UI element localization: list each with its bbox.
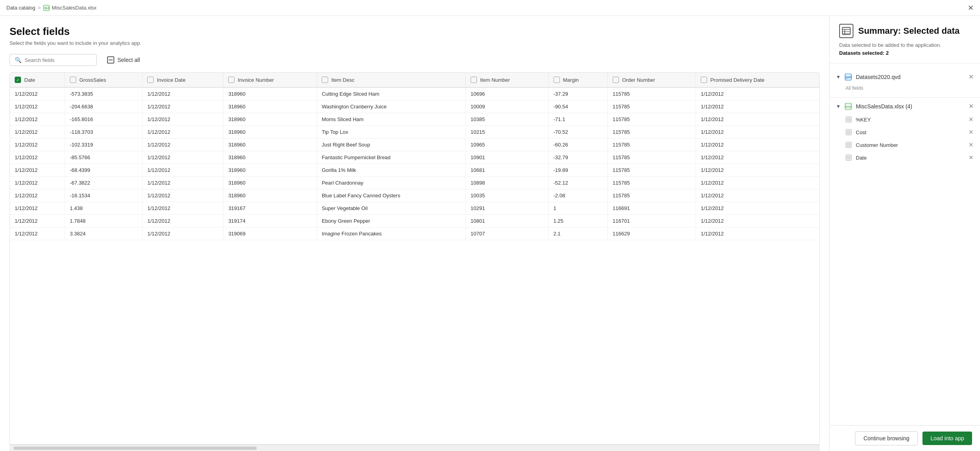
- field-remove-button[interactable]: ✕: [968, 129, 974, 136]
- dataset2-chevron-icon: ▼: [836, 104, 841, 109]
- top-bar: Data catalog > XLS MiscSalesData.xlsx ✕: [0, 0, 980, 16]
- col-header-itemnumber[interactable]: Item Number: [465, 73, 548, 87]
- cell-promiseddeliverydate: 1/12/2012: [696, 177, 819, 189]
- col-header-promiseddeliverydate[interactable]: Promised Delivery Date: [696, 73, 819, 87]
- cell-grosssales: -118.3703: [65, 126, 142, 139]
- datasets-selected-count: Datasets selected: 2: [839, 50, 889, 56]
- field-remove-button[interactable]: ✕: [968, 154, 974, 161]
- col-header-ordernumber[interactable]: Order Number: [608, 73, 696, 87]
- field-remove-button[interactable]: ✕: [968, 141, 974, 148]
- cell-grosssales: -102.3319: [65, 139, 142, 151]
- cell-date: 1/12/2012: [10, 151, 65, 164]
- cell-promiseddeliverydate: 1/12/2012: [696, 87, 819, 100]
- cell-grosssales: -85.5766: [65, 151, 142, 164]
- col-checkbox-promiseddeliverydate[interactable]: [701, 77, 707, 83]
- field-name: Customer Number: [856, 142, 898, 148]
- dataset1-header[interactable]: ▼ QVD Datasets2020.qvd ✕: [830, 70, 980, 84]
- col-header-date[interactable]: Date: [10, 73, 65, 87]
- cell-ordernumber: 116629: [608, 227, 696, 240]
- col-header-invoicedate[interactable]: Invoice Date: [142, 73, 223, 87]
- cell-invoicedate: 1/12/2012: [142, 177, 223, 189]
- cell-itemnumber: 10696: [465, 87, 548, 100]
- field-item-left: %KEY: [845, 116, 871, 123]
- field-item: %KEY ✕: [830, 113, 980, 126]
- cell-itemdesc: Just Right Beef Soup: [317, 139, 465, 151]
- cell-date: 1/12/2012: [10, 87, 65, 100]
- col-checkbox-margin[interactable]: [553, 77, 560, 83]
- cell-margin: -19.89: [548, 164, 607, 177]
- table-row: 1/12/20123.38241/12/2012319069Imagine Fr…: [10, 227, 819, 240]
- field-item-left: Cost: [845, 129, 867, 135]
- cell-invoicenumber: 318960: [223, 87, 317, 100]
- cell-date: 1/12/2012: [10, 202, 65, 215]
- cell-itemnumber: 10898: [465, 177, 548, 189]
- continue-browsing-button[interactable]: Continue browsing: [855, 431, 918, 445]
- xlsx-icon: XLS: [43, 5, 50, 11]
- col-checkbox-grosssales[interactable]: [70, 77, 76, 83]
- cell-invoicedate: 1/12/2012: [142, 202, 223, 215]
- col-header-margin[interactable]: Margin: [548, 73, 607, 87]
- dataset2-header[interactable]: ▼ XLSX MiscSalesData.xlsx (4) ✕: [830, 99, 980, 113]
- cell-itemnumber: 10385: [465, 113, 548, 126]
- cell-invoicedate: 1/12/2012: [142, 113, 223, 126]
- col-checkbox-ordernumber[interactable]: [613, 77, 619, 83]
- scrollbar-thumb[interactable]: [13, 447, 257, 450]
- cell-promiseddeliverydate: 1/12/2012: [696, 215, 819, 227]
- table-row: 1/12/2012-204.66381/12/2012318960Washing…: [10, 100, 819, 113]
- dataset1-remove-button[interactable]: ✕: [968, 73, 974, 81]
- cell-date: 1/12/2012: [10, 100, 65, 113]
- col-checkbox-itemdesc[interactable]: [322, 77, 328, 83]
- data-table-wrapper: Date GrossSales Invoic: [10, 72, 820, 445]
- cell-invoicenumber: 318960: [223, 151, 317, 164]
- col-checkbox-invoicenumber[interactable]: [228, 77, 234, 83]
- cell-date: 1/12/2012: [10, 227, 65, 240]
- cell-date: 1/12/2012: [10, 113, 65, 126]
- cell-invoicedate: 1/12/2012: [142, 100, 223, 113]
- cell-grosssales: 1.7848: [65, 215, 142, 227]
- svg-text:XLSX: XLSX: [845, 106, 851, 108]
- col-checkbox-itemnumber[interactable]: [471, 77, 477, 83]
- cell-grosssales: -68.4399: [65, 164, 142, 177]
- qvd-file-icon: QVD: [845, 73, 852, 81]
- col-checkbox-invoicedate[interactable]: [147, 77, 154, 83]
- select-all-button[interactable]: Select all: [103, 54, 144, 66]
- summary-header: Summary: Selected data Data selected to …: [830, 16, 980, 64]
- dataset-section-1: ▼ QVD Datasets2020.qvd ✕ All fields: [830, 70, 980, 94]
- cell-ordernumber: 115785: [608, 113, 696, 126]
- cell-invoicedate: 1/12/2012: [142, 227, 223, 240]
- dataset1-header-left: ▼ QVD Datasets2020.qvd: [836, 73, 901, 81]
- cell-grosssales: -16.1534: [65, 189, 142, 202]
- cell-ordernumber: 116701: [608, 215, 696, 227]
- cell-invoicenumber: 318960: [223, 113, 317, 126]
- selected-list: ▼ QVD Datasets2020.qvd ✕ All fields: [830, 64, 980, 425]
- cell-date: 1/12/2012: [10, 139, 65, 151]
- breadcrumb-home[interactable]: Data catalog: [6, 5, 35, 11]
- close-button[interactable]: ✕: [968, 4, 974, 12]
- cell-promiseddeliverydate: 1/12/2012: [696, 100, 819, 113]
- cell-itemdesc: Ebony Green Pepper: [317, 215, 465, 227]
- field-remove-button[interactable]: ✕: [968, 116, 974, 123]
- col-checkbox-date[interactable]: [15, 77, 21, 83]
- field-item-left: Date: [845, 154, 867, 161]
- col-header-invoicenumber[interactable]: Invoice Number: [223, 73, 317, 87]
- col-header-itemdesc[interactable]: Item Desc: [317, 73, 465, 87]
- dataset2-remove-button[interactable]: ✕: [968, 102, 974, 110]
- load-into-app-button[interactable]: Load into app: [922, 432, 972, 445]
- cell-date: 1/12/2012: [10, 126, 65, 139]
- col-header-grosssales[interactable]: GrossSales: [65, 73, 142, 87]
- search-box: 🔍: [10, 54, 97, 66]
- field-type-icon: [845, 154, 852, 161]
- breadcrumb: Data catalog > XLS MiscSalesData.xlsx: [6, 5, 96, 11]
- table-row: 1/12/2012-16.15341/12/2012318960Blue Lab…: [10, 189, 819, 202]
- horizontal-scrollbar[interactable]: [10, 445, 820, 451]
- search-input[interactable]: [25, 57, 92, 63]
- summary-desc: Data selected to be added to the applica…: [839, 41, 970, 57]
- cell-ordernumber: 115785: [608, 151, 696, 164]
- cell-invoicenumber: 318960: [223, 177, 317, 189]
- cell-date: 1/12/2012: [10, 164, 65, 177]
- dataset1-chevron-icon: ▼: [836, 74, 841, 80]
- cell-margin: -90.54: [548, 100, 607, 113]
- cell-itemdesc: Moms Sliced Ham: [317, 113, 465, 126]
- cell-invoicenumber: 318960: [223, 139, 317, 151]
- cell-promiseddeliverydate: 1/12/2012: [696, 126, 819, 139]
